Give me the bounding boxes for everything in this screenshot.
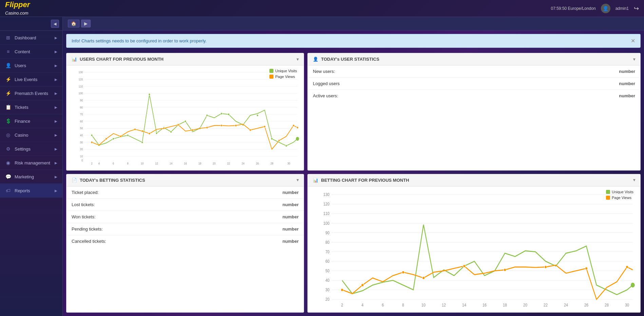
svg-point-73	[235, 124, 237, 126]
svg-text:100: 100	[78, 92, 83, 95]
betting-stats-header: 📄 TODAY's BETTING STATISTICS ▾	[67, 174, 304, 186]
svg-text:14: 14	[170, 161, 173, 165]
svg-text:18: 18	[198, 161, 202, 165]
user-stats-header: 👤 TODAY's USER STATISTICS ▾	[308, 53, 640, 65]
sidebar-item-tickets-label: Tickets	[15, 105, 29, 110]
lost-tickets-label: Lost tickets:	[67, 198, 216, 211]
sidebar-item-casino[interactable]: ◎ Casino ▶	[0, 128, 62, 142]
legend-pageviews-label: Page Views	[275, 75, 295, 79]
user-stats-table: New users: number Logged users number Ac…	[308, 65, 640, 102]
sidebar-nav: ⊞ Dashboard ▶ ≡ Content ▶ 👤 Users ▶	[0, 31, 62, 198]
svg-point-68	[163, 127, 165, 129]
legend-unique-label: Unique Visits	[275, 69, 297, 73]
svg-text:26: 26	[256, 161, 259, 165]
sidebar-item-reports[interactable]: 🏷 Reports ▶	[0, 184, 62, 198]
sidebar-item-prematch[interactable]: ⚡ Prematch Events ▶	[0, 86, 62, 100]
sidebar-collapse-button[interactable]: ◀	[51, 20, 59, 28]
live-events-arrow: ▶	[55, 78, 57, 81]
svg-text:26: 26	[584, 302, 588, 307]
svg-point-71	[206, 126, 208, 129]
cancelled-tickets-value: number	[216, 235, 304, 247]
svg-point-74	[249, 129, 251, 131]
betting-stats-icon: 📄	[72, 178, 77, 183]
betting-chart-body: Unique Visits Page Views	[308, 186, 640, 312]
sidebar-item-risk[interactable]: ◉ Risk management ▶	[0, 156, 62, 170]
svg-point-51	[185, 120, 186, 122]
svg-text:60: 60	[80, 119, 83, 123]
sidebar-item-dashboard-label: Dashboard	[15, 35, 36, 40]
sidebar-item-settings[interactable]: ⚙ Settings ▶	[0, 142, 62, 156]
new-users-label: New users:	[308, 65, 502, 78]
svg-text:50: 50	[80, 126, 83, 130]
finance-arrow: ▶	[55, 119, 57, 123]
svg-text:100: 100	[323, 221, 329, 225]
sidebar-item-tickets[interactable]: 📋 Tickets ▶	[0, 100, 62, 114]
svg-point-64	[120, 135, 121, 137]
svg-point-77	[292, 124, 294, 126]
legend-item-unique: Unique Visits	[269, 69, 297, 73]
betting-chart-header: 📊 BETTING CHART FOR PREVIOUS MONTH ▾	[308, 174, 640, 186]
breadcrumb-forward-button[interactable]: ▶	[81, 20, 91, 27]
svg-text:20: 20	[80, 147, 83, 151]
tickets-icon: 📋	[5, 104, 11, 110]
svg-text:80: 80	[80, 105, 83, 109]
svg-text:8: 8	[402, 302, 404, 307]
svg-point-47	[149, 93, 150, 95]
settings-arrow: ▶	[55, 147, 57, 151]
sidebar-item-finance[interactable]: 💲 Finance ▶	[0, 114, 62, 128]
svg-text:70: 70	[325, 249, 329, 254]
info-banner: Info! Charts settings needs to be config…	[66, 34, 641, 48]
svg-text:30: 30	[625, 302, 629, 307]
lost-tickets-value: number	[216, 198, 304, 211]
active-users-label: Active users:	[308, 90, 502, 102]
svg-point-125	[545, 265, 547, 268]
svg-text:4: 4	[98, 161, 100, 165]
betting-stats-chevron[interactable]: ▾	[297, 178, 299, 182]
table-row: Won tickets: number	[67, 211, 304, 223]
svg-text:6: 6	[113, 161, 114, 165]
tickets-arrow: ▶	[55, 105, 57, 109]
sidebar-item-users-label: Users	[15, 63, 26, 68]
sidebar-toggle-area: ◀	[0, 17, 62, 31]
users-chart-legend: Unique Visits Page Views	[269, 69, 297, 79]
svg-text:40: 40	[325, 278, 329, 282]
svg-text:0: 0	[81, 159, 83, 162]
svg-text:12: 12	[155, 161, 158, 165]
betting-legend-dot-green	[606, 190, 610, 194]
sidebar-item-finance-label: Finance	[15, 119, 30, 124]
user-stats-chevron[interactable]: ▾	[633, 57, 635, 62]
svg-point-65	[134, 128, 136, 130]
svg-point-42	[91, 134, 93, 136]
sidebar-item-live-events[interactable]: ⚡ Live Events ▶	[0, 73, 62, 86]
svg-text:90: 90	[325, 230, 329, 235]
users-chart-icon: 📊	[72, 57, 77, 62]
svg-text:28: 28	[270, 161, 273, 165]
sidebar-item-dashboard[interactable]: ⊞ Dashboard ▶	[0, 31, 62, 45]
svg-text:22: 22	[227, 161, 230, 165]
sidebar-item-marketing[interactable]: 💬 Marketing ▶	[0, 170, 62, 184]
user-stats-icon: 👤	[313, 57, 318, 62]
sidebar-item-content[interactable]: ≡ Content ▶	[0, 45, 62, 59]
svg-text:120: 120	[323, 201, 329, 206]
sidebar-item-settings-label: Settings	[15, 146, 31, 152]
svg-point-62	[91, 141, 93, 143]
user-stats-card: 👤 TODAY's USER STATISTICS ▾ New users: n…	[307, 53, 641, 171]
info-banner-close-button[interactable]: ✕	[631, 38, 635, 44]
dashboard-arrow: ▶	[55, 36, 57, 40]
users-chart-chevron[interactable]: ▾	[297, 57, 299, 62]
prematch-arrow: ▶	[55, 92, 57, 95]
svg-point-44	[113, 138, 114, 140]
sidebar-item-marketing-label: Marketing	[15, 174, 34, 179]
breadcrumb-home-button[interactable]: 🏠	[68, 20, 79, 27]
betting-chart-chevron[interactable]: ▾	[633, 178, 635, 182]
svg-text:18: 18	[503, 302, 507, 307]
svg-text:24: 24	[564, 302, 568, 307]
legend-dot-green	[269, 69, 273, 73]
logout-icon[interactable]: ↪	[634, 5, 639, 12]
svg-text:110: 110	[78, 84, 83, 88]
table-row: Ticket placed: number	[67, 186, 304, 199]
sidebar-item-users[interactable]: 👤 Users ▶	[0, 59, 62, 73]
active-users-value: number	[502, 90, 640, 102]
users-chart-svg: 130 120 110 100 90 80 70 60 50 40 30 20	[70, 69, 300, 167]
svg-text:90: 90	[80, 98, 83, 102]
